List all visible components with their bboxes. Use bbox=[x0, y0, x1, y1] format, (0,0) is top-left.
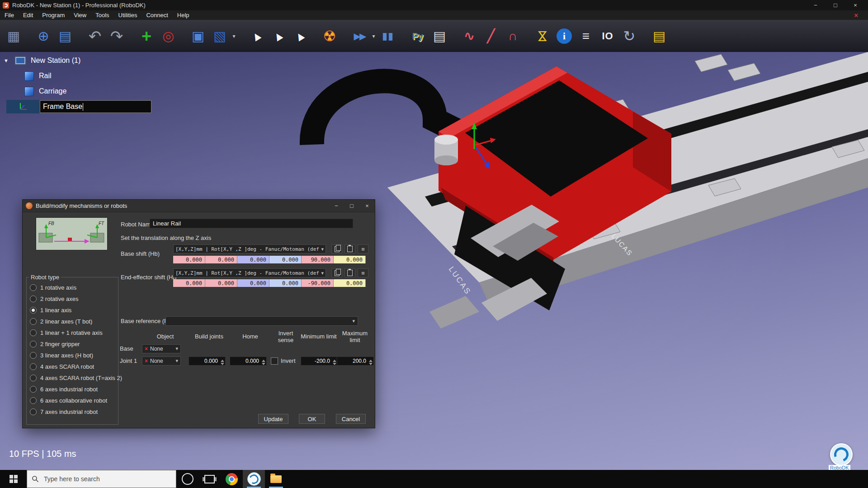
robot-type-option[interactable]: 6 axes industrial robot bbox=[30, 384, 122, 395]
dialog-minimize-button[interactable]: − bbox=[329, 200, 344, 212]
pose-value-cell[interactable]: 0.000 bbox=[237, 256, 269, 263]
spinner-arrows[interactable] bbox=[262, 358, 265, 367]
move-joint-instruction-icon[interactable]: ∿ bbox=[458, 23, 480, 50]
menu-help[interactable]: Help bbox=[173, 10, 194, 20]
joint1-max-limit-input[interactable]: 200.0 bbox=[337, 357, 374, 366]
robot-type-option[interactable]: 6 axes collaborative robot bbox=[30, 395, 122, 406]
run-on-robot-icon[interactable]: ↻ bbox=[618, 23, 640, 50]
robot-type-option[interactable]: 1 linear + 1 rotative axis bbox=[30, 327, 122, 338]
ee-shift-paste-button[interactable] bbox=[344, 268, 355, 277]
add-target-icon[interactable]: ◎ bbox=[157, 23, 179, 50]
pose-value-cell[interactable]: 0.000 bbox=[269, 279, 302, 287]
add-program-icon[interactable]: ▤ bbox=[429, 23, 450, 50]
tree-row-rail[interactable]: Rail bbox=[4, 68, 151, 84]
joint1-build-input[interactable]: 0.000 bbox=[189, 357, 226, 366]
station-parameters-icon[interactable]: ≡ bbox=[575, 23, 597, 50]
menu-view[interactable]: View bbox=[69, 10, 91, 20]
menu-connect[interactable]: Connect bbox=[142, 10, 172, 20]
post-processor-icon[interactable]: ▤ bbox=[648, 23, 670, 50]
pose-value-cell[interactable]: 0.000 bbox=[334, 256, 366, 263]
menu-edit[interactable]: Edit bbox=[19, 10, 38, 20]
save-station-icon[interactable]: ▤ bbox=[54, 23, 76, 50]
pose-value-cell[interactable]: 0.000 bbox=[205, 279, 237, 287]
tree-row-frame-base[interactable]: Frame Base bbox=[4, 99, 151, 114]
ok-button[interactable]: OK bbox=[299, 414, 325, 424]
undo-icon[interactable]: ↶ bbox=[84, 23, 106, 50]
robot-type-option[interactable]: 1 rotative axis bbox=[30, 282, 122, 293]
ee-shift-menu-button[interactable]: ≡ bbox=[358, 268, 368, 277]
add-reference-frame-icon[interactable]: + bbox=[136, 23, 157, 50]
new-station-icon[interactable]: ▦ bbox=[3, 23, 24, 50]
joint1-home-input[interactable]: 0.000 bbox=[230, 357, 267, 366]
menu-program[interactable]: Program bbox=[38, 10, 69, 20]
tree-row-carriage[interactable]: Carriage bbox=[4, 84, 151, 99]
redo-icon[interactable]: ↷ bbox=[106, 23, 127, 50]
joint1-object-select[interactable]: × None ▾ bbox=[142, 357, 181, 366]
cancel-button[interactable]: Cancel bbox=[336, 414, 366, 424]
robot-type-option[interactable]: 4 axes SCARA robot bbox=[30, 361, 122, 372]
menu-file[interactable]: File bbox=[0, 10, 19, 20]
isometric-view-icon[interactable]: ▧ bbox=[209, 23, 231, 50]
move-object-icon[interactable]: ▲ bbox=[283, 19, 316, 53]
dialog-maximize-button[interactable]: □ bbox=[344, 200, 359, 212]
tree-item-carriage[interactable]: Carriage bbox=[39, 87, 66, 95]
io-instruction-icon[interactable]: IO bbox=[597, 23, 618, 50]
dialog-close-button[interactable]: × bbox=[359, 200, 375, 212]
spinner-arrows[interactable] bbox=[333, 358, 336, 367]
check-collisions-icon[interactable]: ☢ bbox=[319, 23, 340, 50]
update-button[interactable]: Update bbox=[258, 414, 288, 424]
file-explorer-button[interactable] bbox=[265, 470, 287, 488]
wait-instruction-icon[interactable]: ⋈ bbox=[529, 25, 556, 47]
robot-type-option[interactable]: 2 rotative axes bbox=[30, 293, 122, 305]
move-circular-instruction-icon[interactable]: ∩ bbox=[502, 23, 524, 50]
menu-utilities[interactable]: Utilities bbox=[114, 10, 142, 20]
robodk-watermark-icon[interactable] bbox=[830, 443, 853, 466]
base-shift-format-select[interactable]: [X,Y,Z]mm | Rot[X,Y ,Z ]deg - Fanuc/Moto… bbox=[173, 244, 326, 253]
base-reference-select[interactable]: ▾ bbox=[165, 316, 358, 326]
joint1-min-limit-input[interactable]: -200.0 bbox=[301, 357, 338, 366]
pose-value-cell[interactable]: 0.000 bbox=[237, 279, 269, 287]
pause-simulation-icon[interactable]: ▮▮ bbox=[377, 23, 399, 50]
minimize-button[interactable]: − bbox=[806, 0, 826, 10]
task-view-button[interactable] bbox=[198, 470, 221, 488]
robot-type-option[interactable]: 2 finger gripper bbox=[30, 338, 122, 350]
tree-row-station[interactable]: ▼ New Station (1) bbox=[4, 53, 151, 68]
pose-value-cell[interactable]: 90.000 bbox=[302, 256, 334, 263]
robot-name-input[interactable]: Linear Rail bbox=[150, 219, 353, 228]
base-shift-paste-button[interactable] bbox=[344, 244, 355, 253]
cortana-button[interactable] bbox=[176, 470, 198, 488]
pose-value-cell[interactable]: 0.000 bbox=[334, 279, 366, 287]
robot-type-option[interactable]: 7 axes industrial robot bbox=[30, 406, 122, 418]
close-station-icon[interactable]: × bbox=[851, 11, 861, 19]
tree-rename-input[interactable]: Frame Base bbox=[40, 100, 151, 113]
search-input[interactable] bbox=[43, 475, 162, 483]
fit-all-icon[interactable]: ▣ bbox=[187, 23, 209, 50]
robot-type-option[interactable]: 3 linear axes (H bot) bbox=[30, 350, 122, 361]
robodk-taskbar-button[interactable] bbox=[243, 470, 265, 488]
close-button[interactable]: × bbox=[845, 0, 865, 10]
tree-item-station[interactable]: New Station (1) bbox=[31, 56, 80, 65]
base-shift-copy-button[interactable] bbox=[331, 244, 342, 253]
dialog-titlebar[interactable]: Build/modify mechanisms or robots − □ × bbox=[23, 200, 375, 212]
show-message-icon[interactable]: i bbox=[557, 28, 572, 44]
ee-shift-format-select[interactable]: [X,Y,Z]mm | Rot[X,Y ,Z ]deg - Fanuc/Moto… bbox=[173, 268, 326, 277]
pose-value-cell[interactable]: -90.000 bbox=[302, 279, 334, 287]
maximize-button[interactable]: □ bbox=[826, 0, 845, 10]
robot-type-option[interactable]: 2 linear axes (T bot) bbox=[30, 316, 122, 327]
ee-shift-copy-button[interactable] bbox=[331, 268, 342, 277]
move-linear-instruction-icon[interactable]: ╱ bbox=[480, 23, 502, 50]
base-shift-menu-button[interactable]: ≡ bbox=[358, 244, 368, 253]
view-dropdown-caret-icon[interactable]: ▾ bbox=[231, 23, 237, 50]
pose-value-cell[interactable]: 0.000 bbox=[173, 279, 205, 287]
pose-value-cell[interactable]: 0.000 bbox=[173, 256, 205, 263]
pose-value-cell[interactable]: 0.000 bbox=[205, 256, 237, 263]
taskbar-search[interactable] bbox=[27, 470, 176, 488]
base-object-select[interactable]: × None ▾ bbox=[142, 344, 181, 353]
menu-tools[interactable]: Tools bbox=[91, 10, 113, 20]
tree-item-rail[interactable]: Rail bbox=[39, 72, 52, 80]
pose-value-cell[interactable]: 0.000 bbox=[269, 256, 302, 263]
fast-simulation-icon[interactable]: ▶▶ bbox=[349, 23, 370, 50]
spinner-arrows[interactable] bbox=[369, 358, 373, 367]
online-library-icon[interactable]: ⊕ bbox=[33, 23, 54, 50]
tree-expander-icon[interactable]: ▼ bbox=[4, 58, 12, 63]
